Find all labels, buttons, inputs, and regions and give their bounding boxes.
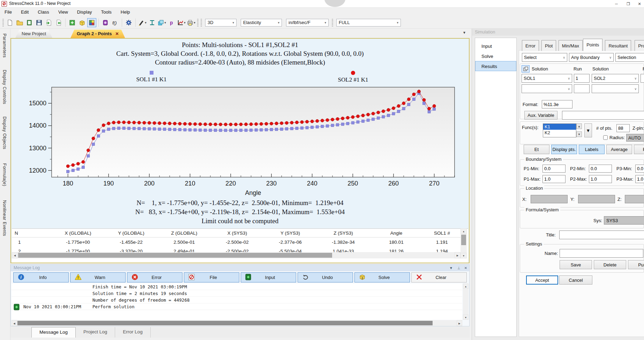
log-hscrollbar[interactable]: ◀ ▶ bbox=[12, 320, 462, 326]
name-input[interactable] bbox=[560, 249, 643, 258]
save-button[interactable]: Save bbox=[560, 260, 592, 269]
sidebar-item-formula-e-[interactable]: Formula(e) bbox=[2, 163, 7, 186]
solution1-dropdown[interactable]: SOL1∨ bbox=[522, 74, 572, 83]
log-scroll-up-icon[interactable]: ▲ bbox=[463, 284, 469, 289]
log-scroll-left-icon[interactable]: ◀ bbox=[12, 320, 17, 326]
mesh-box-icon[interactable] bbox=[77, 18, 87, 27]
table-scroll-right-icon[interactable]: ▶ bbox=[455, 252, 460, 258]
results-book-icon[interactable] bbox=[101, 18, 110, 27]
menu-tools[interactable]: Tools bbox=[96, 8, 116, 17]
dimension-tool-icon[interactable] bbox=[148, 18, 157, 27]
reference-select[interactable]: FULL▾ bbox=[336, 19, 401, 27]
warn-filter-button[interactable]: !Warn bbox=[70, 272, 126, 282]
log-pin-icon[interactable]: ⊥ bbox=[455, 265, 462, 271]
menu-edit[interactable]: Edit bbox=[16, 8, 33, 17]
info-filter-button[interactable]: iInfo bbox=[13, 272, 69, 282]
sidebar-item-display-controls[interactable]: Display Controls bbox=[2, 70, 7, 104]
format-input[interactable] bbox=[542, 100, 572, 108]
bs-input-p3min[interactable] bbox=[635, 165, 644, 173]
log-dropdown-icon[interactable]: ▼ bbox=[448, 265, 455, 271]
aux-variable-button[interactable]: Aux. Variable bbox=[524, 111, 557, 120]
et-button[interactable]: Et bbox=[524, 145, 549, 154]
menu-file[interactable]: File bbox=[0, 8, 16, 17]
open-project-icon[interactable] bbox=[15, 18, 24, 27]
sidebar-item-parameters[interactable]: Parameters bbox=[2, 33, 7, 58]
table-hscrollbar[interactable]: ◀ ▶ bbox=[12, 252, 460, 258]
doc-tab-graph-2-points[interactable]: Graph 2 - Points✕ bbox=[70, 30, 125, 38]
num-pts-input[interactable] bbox=[616, 124, 630, 132]
aux-variable-input[interactable] bbox=[562, 111, 644, 120]
solve-filter-button[interactable]: nSolve bbox=[354, 272, 410, 282]
export-file-icon[interactable] bbox=[54, 18, 63, 27]
close-button[interactable]: ✕ bbox=[635, 0, 644, 8]
plot-axes-icon[interactable]: ▾ bbox=[177, 18, 186, 27]
boundary-dropdown[interactable]: Any Boundary∨ bbox=[569, 53, 614, 62]
purge-button[interactable]: Purge bbox=[628, 260, 644, 269]
notes-icon[interactable] bbox=[25, 18, 34, 27]
sidebar-item-nonlinear-events[interactable]: Nonlinear Events bbox=[2, 200, 7, 236]
minimize-button[interactable]: ─ bbox=[611, 0, 622, 8]
labels-button[interactable]: Labels bbox=[579, 145, 605, 154]
log-scroll-down-icon[interactable]: ▼ bbox=[463, 315, 469, 320]
report-printer-icon[interactable]: ▾ bbox=[187, 18, 196, 27]
sim-nav-results[interactable]: Results bbox=[475, 61, 516, 71]
table-hscroll-thumb[interactable] bbox=[18, 253, 332, 258]
sim-tab-points[interactable]: Points bbox=[583, 39, 602, 51]
log-scroll-right-icon[interactable]: ▶ bbox=[457, 320, 462, 326]
menu-help[interactable]: Help bbox=[116, 8, 135, 17]
menu-display[interactable]: Display bbox=[73, 8, 97, 17]
selection-dropdown[interactable]: Selection bbox=[615, 53, 644, 62]
sim-tab-resultant[interactable]: Resultant bbox=[605, 40, 631, 51]
solution2-dropdown[interactable]: SOL2∨ bbox=[592, 74, 639, 83]
tab-close-icon[interactable]: ✕ bbox=[115, 30, 119, 38]
undo-filter-button[interactable]: Undo bbox=[298, 272, 353, 282]
average-button[interactable]: Average bbox=[606, 145, 632, 154]
delete-button[interactable]: Delete bbox=[594, 260, 626, 269]
cancel-button[interactable]: Cancel bbox=[559, 275, 592, 285]
bs-input-p3max[interactable] bbox=[635, 175, 644, 183]
func-item-k2[interactable]: K2 bbox=[543, 130, 576, 136]
import-file-icon[interactable] bbox=[44, 18, 53, 27]
save-icon[interactable] bbox=[35, 18, 44, 27]
draw-marker-icon[interactable]: ▾ bbox=[138, 18, 147, 27]
file-filter-button[interactable]: File bbox=[184, 272, 239, 282]
bs-input-p1max[interactable] bbox=[542, 175, 566, 183]
table-vscrollbar[interactable]: ▲ ▼ bbox=[460, 228, 467, 258]
func-item-k1[interactable]: K1 bbox=[543, 124, 576, 130]
funcs-dropdown-button[interactable]: ▼ bbox=[584, 123, 592, 137]
theory-select[interactable]: Elasticity▾ bbox=[241, 19, 282, 27]
table-vscroll-thumb[interactable] bbox=[461, 235, 466, 245]
sim-tab-error[interactable]: Error bbox=[522, 40, 539, 51]
select-mode-dropdown[interactable]: Select∨ bbox=[522, 53, 567, 62]
sim-tab-plot[interactable]: Plot bbox=[541, 40, 556, 51]
radius-checkbox[interactable] bbox=[603, 135, 608, 140]
sim-tab-properties[interactable]: Properties bbox=[635, 40, 644, 51]
solution2b-dropdown[interactable]: ∨ bbox=[592, 84, 639, 93]
units-select[interactable]: in/lbf/sec/F▾ bbox=[286, 19, 329, 27]
log-vscrollbar[interactable]: ▲ ▼ bbox=[463, 284, 469, 320]
display-pts--button[interactable]: Display pts. bbox=[551, 145, 577, 154]
maximize-button[interactable]: ❐ bbox=[623, 0, 634, 8]
tab-overflow-button[interactable]: ▼ bbox=[460, 31, 468, 37]
plot-button[interactable]: Plot bbox=[634, 145, 644, 154]
sim-tab-min-max[interactable]: Min/Max bbox=[559, 40, 583, 51]
doc-tab-new-project[interactable]: New Project bbox=[15, 30, 52, 38]
title-input[interactable] bbox=[559, 231, 644, 239]
bs-input-p1min[interactable] bbox=[542, 165, 566, 173]
log-hscroll-thumb[interactable] bbox=[17, 321, 433, 325]
table-scroll-left-icon[interactable]: ◀ bbox=[12, 252, 18, 258]
error-filter-button[interactable]: Error bbox=[127, 272, 182, 282]
sim-nav-input[interactable]: Input bbox=[475, 41, 516, 51]
table-scroll-up-icon[interactable]: ▲ bbox=[460, 228, 467, 234]
formula-fx-icon[interactable]: f() bbox=[111, 18, 120, 27]
log-tab-message-log[interactable]: Message Log bbox=[31, 327, 76, 338]
table-scroll-down-icon[interactable]: ▼ bbox=[460, 253, 467, 258]
dimension-select[interactable]: 3D▾ bbox=[205, 19, 237, 27]
solution1b-dropdown[interactable]: ∨ bbox=[522, 84, 572, 93]
solution-windows-icon[interactable] bbox=[522, 65, 530, 73]
run1-input[interactable] bbox=[574, 74, 590, 83]
funcs-scroll-down-icon[interactable]: ▼ bbox=[576, 131, 582, 137]
layers-icon[interactable]: ▾ bbox=[157, 18, 166, 27]
log-tab-project-log[interactable]: Project Log bbox=[76, 327, 115, 338]
solution3-dropdown[interactable] bbox=[641, 74, 644, 83]
